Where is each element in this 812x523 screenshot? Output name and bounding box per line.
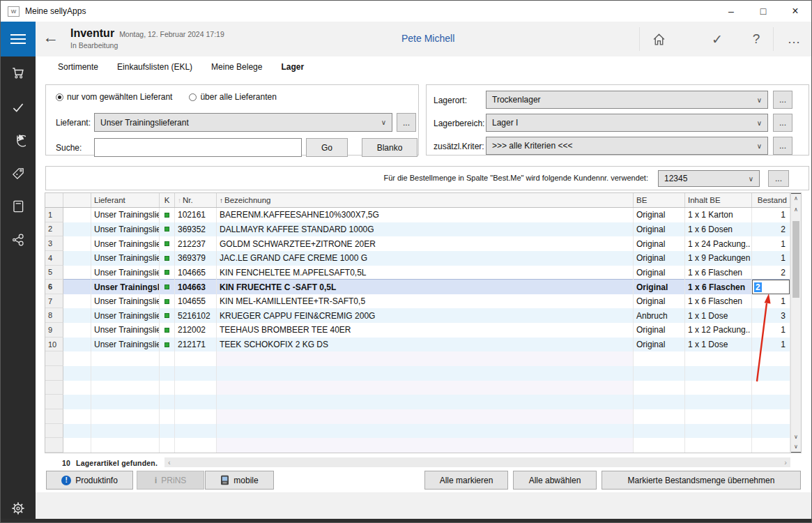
table-row[interactable]: 7Unser Trainingslie..104655KIN MEL-KAMIL…	[45, 294, 801, 309]
sidebar-item-check[interactable]	[1, 99, 36, 116]
search-input[interactable]	[94, 138, 302, 157]
kriterien-label: zusätzl.Kriter:	[434, 142, 484, 151]
alle-markieren-button[interactable]: Alle markieren	[424, 471, 508, 490]
minimize-button[interactable]: –	[715, 1, 747, 22]
blanko-button[interactable]: Blanko	[362, 138, 418, 157]
cell-empty	[685, 409, 752, 424]
sidebar-item-catalog[interactable]	[1, 198, 36, 215]
sidebar-item-settings[interactable]	[1, 500, 36, 517]
lieferant-label: Lieferant:	[56, 118, 91, 128]
status-cell	[160, 323, 175, 338]
lagerort-more-button[interactable]: ...	[773, 91, 792, 109]
vertical-scrollbar[interactable]: ∧ ∧ ∨ ∨	[790, 193, 801, 453]
header-be[interactable]: BE	[634, 193, 685, 207]
cell-bezeichnung: DALLMAYR KAFFEE STANDARD 1000G	[217, 222, 634, 237]
scroll-down-button[interactable]: ∨	[791, 432, 801, 441]
chevron-down-icon: ∨	[757, 96, 762, 104]
table-row[interactable]: 1Unser Trainingslie..102161BAERENM.KAFFE…	[45, 208, 801, 222]
sidebar-item-statistics[interactable]	[1, 132, 36, 149]
radio-label[interactable]: nur vom gewählten Lieferant	[67, 92, 172, 102]
tab-einkaufslisten[interactable]: Einkaufslisten (EKL)	[117, 62, 192, 72]
hamburger-menu-button[interactable]	[1, 22, 36, 56]
sidebar-item-prins[interactable]	[1, 165, 36, 182]
cell-nr: 369352	[175, 222, 217, 237]
kundennr-dropdown[interactable]: 12345 ∨	[658, 170, 760, 187]
cell-nr: 212002	[175, 323, 217, 338]
table-row[interactable]: 2Unser Trainingslie..369352DALLMAYR KAFF…	[45, 222, 801, 237]
back-button[interactable]: ←	[43, 28, 59, 47]
radio-all-suppliers[interactable]	[189, 93, 197, 101]
cell-bestand[interactable]: 1	[752, 294, 790, 309]
header-bezeichnung[interactable]: ↑Bezeichnung	[217, 193, 634, 207]
tab-lager[interactable]: Lager	[281, 62, 304, 72]
cell-empty	[634, 395, 685, 409]
scroll-left-icon[interactable]: ‹	[168, 458, 171, 467]
sidebar-item-cart[interactable]	[1, 64, 36, 81]
header-lieferant[interactable]: Lieferant	[91, 193, 160, 207]
scroll-to-bottom-button[interactable]: ∨	[791, 442, 801, 453]
lieferant-more-button[interactable]: ...	[397, 113, 416, 132]
maximize-button[interactable]: □	[747, 1, 779, 22]
lieferant-dropdown[interactable]: Unser Trainingslieferant ∨	[94, 113, 392, 132]
radio-selected-supplier[interactable]	[56, 93, 63, 101]
cell-be: Original	[634, 251, 685, 266]
uebernehmen-button[interactable]: Markierte Bestandsmenge übernehmen	[602, 471, 801, 490]
scroll-right-icon[interactable]: ›	[784, 458, 787, 467]
cell-bestand[interactable]: 2	[752, 280, 790, 294]
kundennr-more-button[interactable]: ...	[768, 170, 789, 187]
produktinfo-button[interactable]: ! Produktinfo	[46, 471, 133, 490]
table-row[interactable]: 5Unser Trainingslie..104665KIN FENCHELTE…	[45, 266, 801, 280]
cell-bestand[interactable]: 1	[752, 323, 790, 338]
kriterien-more-button[interactable]: ...	[773, 137, 792, 155]
horizontal-scrollbar[interactable]: ‹ ›	[164, 457, 790, 467]
go-button[interactable]: Go	[306, 138, 348, 157]
app-logo-icon: W	[8, 6, 20, 17]
cell-select	[63, 222, 91, 237]
info-icon: !	[61, 476, 71, 485]
radio-label[interactable]: über alle Lieferanten	[200, 92, 276, 102]
table-row[interactable]: 10Unser Trainingslie..212171TEEK SCHOKOF…	[45, 338, 801, 352]
cell-bestand[interactable]: 1	[752, 251, 790, 266]
cell-bestand[interactable]: 2	[752, 222, 790, 237]
mobile-button[interactable]: mobile	[205, 471, 274, 490]
main-content: Sortimente Einkaufslisten (EKL) Meine Be…	[36, 56, 811, 522]
kriterien-dropdown[interactable]: >>> alle Kriterien <<< ∨	[486, 137, 768, 155]
cell-empty	[175, 351, 217, 366]
scrollbar-thumb[interactable]	[792, 221, 799, 298]
cell-lieferant: Unser Trainingslie..	[91, 308, 160, 323]
bestand-edit-input[interactable]: 2	[752, 280, 790, 294]
header-k[interactable]: K	[160, 193, 175, 207]
confirm-button[interactable]: ✓	[700, 22, 734, 56]
table-row[interactable]: 9Unser Trainingslie..212002TEEHAUS BROMB…	[45, 323, 801, 338]
home-button[interactable]	[642, 22, 675, 56]
cell-inhalt: 1 x 1 Karton	[685, 208, 752, 222]
close-button[interactable]: ×	[779, 1, 811, 22]
table-row[interactable]: 6Unser Trainingslie..104663KIN FRUECHTE …	[45, 280, 801, 294]
scroll-to-top-button[interactable]: ∧	[791, 193, 801, 204]
header-inhalt[interactable]: Inhalt BE	[685, 193, 752, 207]
cell-bestand[interactable]: 1	[752, 338, 790, 352]
help-button[interactable]: ?	[740, 22, 773, 56]
cell-bestand[interactable]: 1	[752, 208, 790, 222]
sidebar-item-share[interactable]	[1, 232, 36, 248]
scroll-up-button[interactable]: ∧	[791, 204, 801, 214]
cell-num: 2	[45, 222, 63, 237]
table-row[interactable]: 4Unser Trainingslie..369379JAC.LE GRAND …	[45, 251, 801, 266]
supplier-filter-group: nur vom gewählten Lieferant über alle Li…	[45, 84, 419, 156]
lagerbereich-more-button[interactable]: ...	[773, 114, 792, 132]
lagerort-dropdown[interactable]: Trockenlager ∨	[486, 91, 768, 109]
user-name[interactable]: Pete Michell	[401, 33, 454, 44]
cell-bestand[interactable]: 2	[752, 266, 790, 280]
table-row[interactable]: 3Unser Trainingslie..212237GOLDM SCHWARZ…	[45, 236, 801, 251]
lagerbereich-dropdown[interactable]: Lager I ∨	[486, 114, 768, 132]
tab-sortimente[interactable]: Sortimente	[58, 62, 98, 72]
tab-meine-belege[interactable]: Meine Belege	[211, 62, 262, 72]
alle-abwaehlen-button[interactable]: Alle abwählen	[513, 471, 597, 490]
cell-bestand[interactable]: 3	[752, 308, 790, 323]
more-button[interactable]: …	[777, 22, 811, 56]
cell-inhalt: 1 x 24 Packung..	[685, 236, 752, 251]
cell-bestand[interactable]: 1	[752, 236, 790, 251]
header-nr[interactable]: ↑Nr.	[175, 193, 217, 207]
table-row[interactable]: 8Unser Trainingslie..5216102KRUEGER CAPP…	[45, 308, 801, 323]
header-bestand[interactable]: Bestand	[752, 193, 790, 207]
